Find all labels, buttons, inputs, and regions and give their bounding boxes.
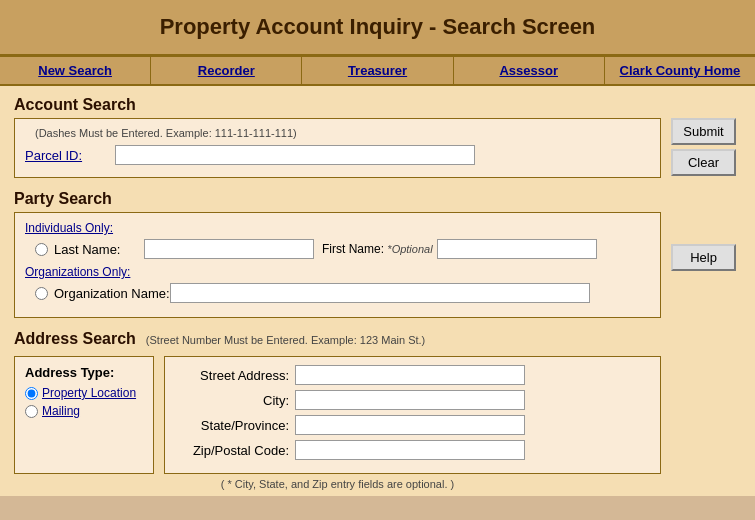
address-type-box: Address Type: Property Location Mailing [14, 356, 154, 474]
last-name-input[interactable] [144, 239, 314, 259]
account-search-hint: (Dashes Must be Entered. Example: 111-11… [35, 127, 297, 139]
first-name-label: First Name: *Optional [322, 242, 433, 256]
property-location-row: Property Location [25, 386, 143, 400]
address-footer-note: ( * City, State, and Zip entry fields ar… [14, 478, 661, 490]
state-province-input[interactable] [295, 415, 525, 435]
clear-button[interactable]: Clear [671, 149, 736, 176]
page-title: Property Account Inquiry - Search Screen [0, 14, 755, 40]
zip-postal-input[interactable] [295, 440, 525, 460]
state-province-row: State/Province: [175, 415, 650, 435]
party-search-section: Party Search Individuals Only: Last Name… [14, 190, 661, 318]
state-province-label: State/Province: [175, 418, 295, 433]
property-location-label: Property Location [42, 386, 136, 400]
last-name-row: Last Name: First Name: *Optional [35, 239, 650, 259]
individual-radio[interactable] [35, 243, 48, 256]
street-address-label: Street Address: [175, 368, 295, 383]
last-name-label: Last Name: [54, 242, 144, 257]
nav-assessor[interactable]: Assessor [454, 57, 605, 84]
party-search-title: Party Search [14, 190, 661, 208]
organizations-label: Organizations Only: [25, 265, 650, 279]
help-button[interactable]: Help [671, 244, 736, 271]
address-search-title: Address Search [14, 330, 136, 348]
city-row: City: [175, 390, 650, 410]
org-name-label: Organization Name: [54, 286, 170, 301]
address-search-hint: (Street Number Must be Entered. Example:… [146, 334, 425, 346]
address-search-header: Address Search (Street Number Must be En… [14, 330, 661, 352]
street-address-row: Street Address: [175, 365, 650, 385]
nav-bar: New Search Recorder Treasurer Assessor C… [0, 56, 755, 86]
account-search-box: (Dashes Must be Entered. Example: 111-11… [14, 118, 661, 178]
org-name-row: Organization Name: [35, 283, 650, 303]
page-header: Property Account Inquiry - Search Screen [0, 0, 755, 56]
zip-postal-label: Zip/Postal Code: [175, 443, 295, 458]
submit-button[interactable]: Submit [671, 118, 736, 145]
nav-recorder[interactable]: Recorder [151, 57, 302, 84]
city-input[interactable] [295, 390, 525, 410]
parcel-id-input[interactable] [115, 145, 475, 165]
street-address-input[interactable] [295, 365, 525, 385]
mailing-radio[interactable] [25, 405, 38, 418]
party-search-box: Individuals Only: Last Name: First Name:… [14, 212, 661, 318]
account-search-title: Account Search [14, 96, 661, 114]
org-radio[interactable] [35, 287, 48, 300]
account-search-section: Account Search (Dashes Must be Entered. … [14, 96, 661, 178]
zip-postal-row: Zip/Postal Code: [175, 440, 650, 460]
address-search-section: Address Search (Street Number Must be En… [14, 330, 661, 490]
individuals-label: Individuals Only: [25, 221, 650, 235]
property-location-radio[interactable] [25, 387, 38, 400]
mailing-row: Mailing [25, 404, 143, 418]
first-name-input[interactable] [437, 239, 597, 259]
parcel-id-label: Parcel ID: [25, 148, 105, 163]
address-type-title: Address Type: [25, 365, 143, 380]
main-content: Account Search (Dashes Must be Entered. … [0, 86, 755, 496]
city-label: City: [175, 393, 295, 408]
nav-new-search[interactable]: New Search [0, 57, 151, 84]
mailing-label: Mailing [42, 404, 80, 418]
nav-clark-county-home[interactable]: Clark County Home [605, 57, 755, 84]
org-name-input[interactable] [170, 283, 590, 303]
nav-treasurer[interactable]: Treasurer [302, 57, 453, 84]
address-fields-box: Street Address: City: State/Province: [164, 356, 661, 474]
address-search-wrapper: Address Type: Property Location Mailing … [14, 356, 661, 474]
parcel-id-row: Parcel ID: [25, 145, 650, 165]
